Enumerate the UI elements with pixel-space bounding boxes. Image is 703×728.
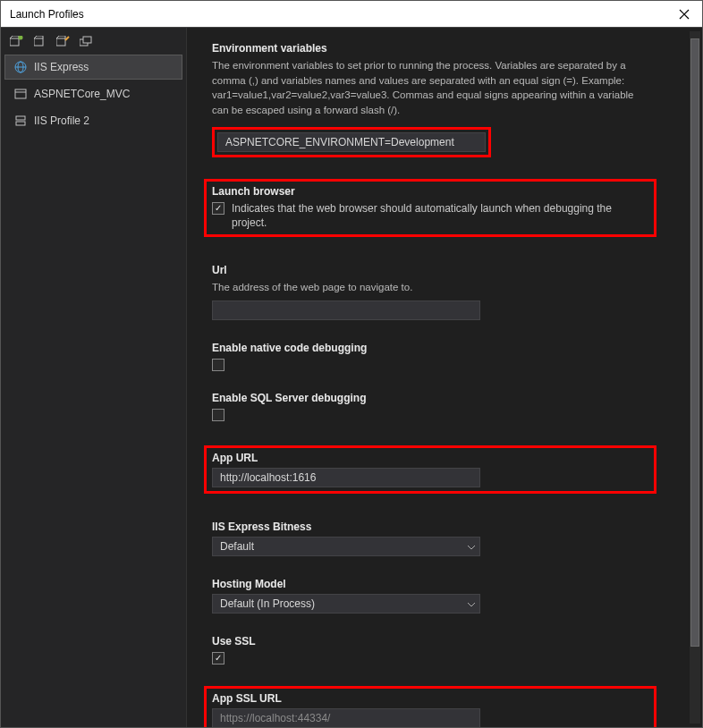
- sql-debug-section: Enable SQL Server debugging: [212, 392, 648, 424]
- profile-label: IIS Express: [34, 61, 89, 73]
- use-ssl-label: Use SSL: [212, 635, 648, 648]
- delete-icon: [34, 36, 47, 47]
- environment-variables-section: Environment variables The environment va…: [212, 42, 648, 157]
- svg-rect-15: [16, 122, 25, 125]
- svg-rect-2: [10, 38, 19, 46]
- iis-bitness-section: IIS Express Bitness Default: [212, 521, 648, 556]
- use-ssl-section: Use SSL: [212, 635, 648, 665]
- svg-rect-12: [15, 89, 26, 98]
- launch-browser-checkbox[interactable]: [212, 202, 224, 215]
- svg-rect-4: [34, 38, 43, 46]
- launch-profiles-dialog: Launch Profiles: [0, 0, 703, 728]
- duplicate-icon: [80, 36, 94, 47]
- url-desc: The address of the web page to navigate …: [212, 280, 648, 295]
- url-input[interactable]: [212, 301, 480, 320]
- app-url-label: App URL: [212, 452, 648, 464]
- hosting-model-select[interactable]: Default (In Process): [212, 594, 480, 614]
- iis-bitness-label: IIS Express Bitness: [212, 521, 648, 533]
- url-label: Url: [212, 264, 648, 276]
- svg-rect-8: [83, 37, 91, 43]
- close-icon: [679, 9, 690, 20]
- app-ssl-url-label: App SSL URL: [212, 692, 648, 705]
- dialog-body: IIS Express ASPNETCore_MVC IIS Profile 2: [1, 28, 702, 727]
- content-scrollbar[interactable]: [690, 31, 700, 724]
- app-url-input[interactable]: [212, 468, 480, 487]
- hosting-model-label: Hosting Model: [212, 578, 648, 590]
- launch-browser-section: Launch browser Indicates that the web br…: [204, 179, 656, 238]
- titlebar: Launch Profiles: [1, 1, 702, 28]
- project-icon: [14, 88, 27, 100]
- new-icon: [10, 36, 24, 47]
- native-debug-label: Enable native code debugging: [212, 342, 648, 354]
- env-vars-highlight: [212, 127, 491, 157]
- app-ssl-url-section: App SSL URL: [204, 686, 656, 727]
- duplicate-profile-button[interactable]: [80, 35, 94, 47]
- sql-debug-checkbox[interactable]: [212, 409, 224, 421]
- sql-debug-label: Enable SQL Server debugging: [212, 392, 648, 404]
- profile-aspnetcore-mvc[interactable]: ASPNETCore_MVC: [4, 81, 182, 106]
- profile-list: IIS Express ASPNETCore_MVC IIS Profile 2: [4, 55, 182, 133]
- svg-line-6: [65, 37, 69, 40]
- new-profile-button[interactable]: [10, 35, 24, 47]
- sidebar-toolbar: [4, 31, 182, 55]
- sidebar: IIS Express ASPNETCore_MVC IIS Profile 2: [1, 28, 187, 727]
- app-ssl-url-input[interactable]: [212, 708, 480, 727]
- iis-bitness-select[interactable]: Default: [212, 537, 480, 556]
- native-debug-section: Enable native code debugging: [212, 342, 648, 374]
- delete-profile-button[interactable]: [33, 35, 47, 47]
- profile-iis-express[interactable]: IIS Express: [4, 55, 182, 80]
- rename-profile-button[interactable]: [56, 35, 71, 47]
- globe-icon: [14, 61, 27, 73]
- svg-rect-14: [16, 116, 25, 120]
- hosting-model-value: Default (In Process): [220, 597, 315, 610]
- app-url-section: App URL: [204, 445, 656, 494]
- server-icon: [14, 114, 27, 127]
- use-ssl-checkbox[interactable]: [212, 652, 224, 665]
- profile-label: IIS Profile 2: [34, 114, 89, 127]
- launch-browser-label: Launch browser: [212, 185, 648, 198]
- url-section: Url The address of the web page to navig…: [212, 264, 648, 320]
- native-debug-checkbox[interactable]: [212, 359, 224, 371]
- scrollbar-thumb[interactable]: [690, 38, 699, 647]
- env-vars-label: Environment variables: [212, 42, 648, 55]
- rename-icon: [56, 36, 71, 47]
- profile-label: ASPNETCore_MVC: [34, 88, 130, 100]
- env-vars-input[interactable]: [217, 132, 486, 152]
- iis-bitness-value: Default: [220, 540, 254, 553]
- svg-rect-5: [56, 38, 65, 46]
- content-panel: Environment variables The environment va…: [187, 28, 702, 727]
- close-button[interactable]: [666, 1, 702, 28]
- env-vars-desc: The environment variables to set prior t…: [212, 58, 648, 118]
- profile-iis-profile-2[interactable]: IIS Profile 2: [4, 108, 182, 133]
- window-title: Launch Profiles: [10, 8, 84, 21]
- hosting-model-section: Hosting Model Default (In Process): [212, 578, 648, 614]
- launch-browser-desc: Indicates that the web browser should au…: [232, 201, 648, 232]
